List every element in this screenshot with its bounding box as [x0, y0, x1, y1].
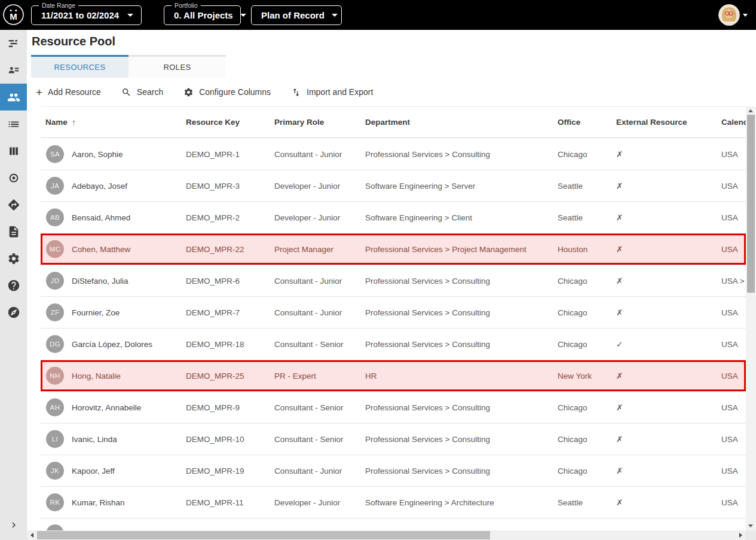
name-cell: SAAaron, Sophie — [41, 139, 186, 170]
column-header-department[interactable]: Department — [365, 107, 558, 137]
portfolio-value: 0. All Projects — [164, 10, 233, 20]
gantt-bars-icon — [7, 37, 20, 50]
table-row[interactable]: RKKumar, RishanDEMO_MPR-11Developer - Ju… — [41, 487, 746, 518]
avatar: LI — [46, 430, 64, 448]
horizontal-scrollbar-thumb[interactable] — [37, 531, 490, 539]
add-resource-button[interactable]: + Add Resource — [36, 87, 101, 97]
vertical-scrollbar[interactable] — [746, 106, 756, 530]
sidebar-item-explore[interactable] — [0, 299, 27, 326]
columns-icon — [7, 145, 20, 158]
sidebar-item-project-list[interactable] — [0, 57, 27, 84]
table-row[interactable]: SAAaron, SophieDEMO_MPR-1Consultant - Ju… — [41, 139, 746, 170]
meisterplan-logo-icon: M — [2, 4, 25, 26]
sidebar-item-settings[interactable] — [0, 245, 27, 272]
date-range-dropdown[interactable]: Date Range 11/2021 to 02/2024 — [31, 5, 142, 25]
vertical-scrollbar-thumb[interactable] — [747, 115, 755, 293]
column-header-primary-role[interactable]: Primary Role — [274, 107, 365, 137]
table-row-partial[interactable] — [41, 518, 746, 530]
sidebar-item-help[interactable] — [0, 272, 27, 299]
sidebar-item-roadmap[interactable] — [0, 191, 27, 218]
table-row[interactable]: ZFFournier, ZoeDEMO_MPR-7Consultant - Ju… — [41, 297, 746, 329]
office-cell: Chicago — [558, 265, 616, 296]
main-content: Resource Pool RESOURCES ROLES + Add Reso… — [27, 30, 756, 540]
scroll-left-arrow-icon[interactable] — [30, 533, 33, 538]
table-row[interactable]: MCCohen, MatthewDEMO_MPR-22Project Manag… — [41, 234, 746, 265]
external-resource-cell: ✗ — [616, 487, 721, 518]
person-list-icon — [7, 64, 20, 77]
department-cell: Professional Services > Consulting — [365, 297, 558, 328]
portfolio-label: Portfolio — [172, 2, 201, 9]
table-row[interactable]: LIIvanic, LindaDEMO_MPR-10Consultant - S… — [41, 424, 746, 455]
department-cell: Professional Services > Consulting — [365, 139, 558, 170]
external-resource-cell: ✗ — [616, 297, 721, 328]
name-cell: RKKumar, Rishan — [41, 487, 186, 518]
sidebar-item-portfolio-designer[interactable] — [0, 30, 27, 57]
resource-name: Fournier, Zoe — [72, 308, 120, 317]
department-cell: Professional Services > Consulting — [365, 265, 558, 296]
avatar — [46, 524, 64, 530]
resource-name: García López, Dolores — [72, 340, 152, 349]
question-circle-icon — [7, 279, 20, 292]
name-cell: MCCohen, Matthew — [41, 234, 186, 265]
list-icon — [7, 118, 20, 131]
resource-key-cell: DEMO_MPR-11 — [186, 487, 274, 518]
external-resource-cell: ✓ — [616, 329, 721, 360]
avatar: JK — [46, 462, 64, 480]
people-icon — [7, 91, 20, 104]
sidebar-item-scenario-list[interactable] — [0, 111, 27, 137]
calendar-cell: USA — [721, 297, 746, 328]
external-resource-cell: ✗ — [616, 360, 721, 391]
column-header-name[interactable]: Name ↑ — [41, 107, 186, 137]
resource-name: DiStefano, Julia — [72, 277, 128, 286]
table-row[interactable]: JAAdebayo, JosefDEMO_MPR-3Developer - Ju… — [41, 170, 746, 202]
avatar: DG — [46, 335, 64, 353]
search-button[interactable]: Search — [121, 87, 163, 97]
external-resource-cell: ✗ — [616, 392, 721, 423]
office-cell: Chicago — [558, 455, 616, 486]
svg-text:M: M — [10, 11, 17, 22]
avatar: JA — [46, 177, 64, 195]
import-export-button[interactable]: Import and Export — [291, 87, 373, 97]
tab-roles[interactable]: ROLES — [128, 55, 226, 78]
sort-ascending-icon: ↑ — [72, 117, 76, 127]
plan-of-record-dropdown[interactable]: Plan of Record — [251, 5, 342, 25]
user-menu[interactable] — [718, 4, 748, 26]
calendar-cell: USA — [721, 487, 746, 518]
scroll-down-arrow-icon[interactable] — [748, 524, 753, 527]
calendar-cell: USA — [721, 139, 746, 170]
tab-resources[interactable]: RESOURCES — [31, 55, 128, 78]
table-row[interactable]: DGGarcía López, DoloresDEMO_MPR-18Consul… — [41, 329, 746, 360]
portfolio-dropdown[interactable]: Portfolio 0. All Projects — [164, 5, 241, 25]
column-header-resource-key[interactable]: Resource Key — [186, 107, 274, 137]
calendar-cell: USA > — [721, 265, 746, 296]
user-avatar — [718, 4, 740, 26]
avatar: AH — [46, 398, 64, 416]
table-row[interactable]: NHHong, NatalieDEMO_MPR-25PR - ExpertHRN… — [41, 360, 746, 392]
scroll-right-arrow-icon[interactable] — [739, 533, 742, 538]
avatar: SA — [46, 145, 64, 163]
search-icon — [121, 87, 131, 97]
configure-columns-button[interactable]: Configure Columns — [183, 87, 271, 97]
resource-name: Kapoor, Jeff — [72, 467, 115, 475]
table-row[interactable]: JDDiStefano, JuliaDEMO_MPR-6Consultant -… — [41, 265, 746, 297]
resource-key-cell: DEMO_MPR-7 — [186, 297, 274, 328]
table-row[interactable]: AHHorovitz, AnnabelleDEMO_MPR-9Consultan… — [41, 392, 746, 424]
column-header-office[interactable]: Office — [558, 107, 616, 137]
sidebar-item-reports[interactable] — [0, 218, 27, 245]
name-cell: AHHorovitz, Annabelle — [41, 392, 186, 423]
horizontal-scrollbar[interactable] — [27, 530, 746, 540]
name-cell: NHHong, Natalie — [41, 360, 186, 391]
sidebar-item-resource-pool[interactable] — [0, 84, 27, 111]
calendar-cell: USA — [721, 360, 746, 391]
expand-sidebar-button[interactable] — [0, 516, 27, 534]
compass-icon — [7, 306, 20, 319]
column-header-external-resource[interactable]: External Resource — [616, 107, 721, 137]
column-header-calendar[interactable]: Calendar — [721, 107, 746, 137]
table-row[interactable]: JKKapoor, JeffDEMO_MPR-19Consultant - Ju… — [41, 455, 746, 487]
resource-key-cell: DEMO_MPR-25 — [186, 360, 274, 391]
sidebar-item-boards[interactable] — [0, 137, 27, 164]
calendar-cell: USA — [721, 170, 746, 201]
table-row[interactable]: ABBensaid, AhmedDEMO_MPR-2Developer - Ju… — [41, 202, 746, 234]
sidebar-item-goals[interactable] — [0, 164, 27, 191]
scroll-up-arrow-icon[interactable] — [748, 109, 753, 112]
